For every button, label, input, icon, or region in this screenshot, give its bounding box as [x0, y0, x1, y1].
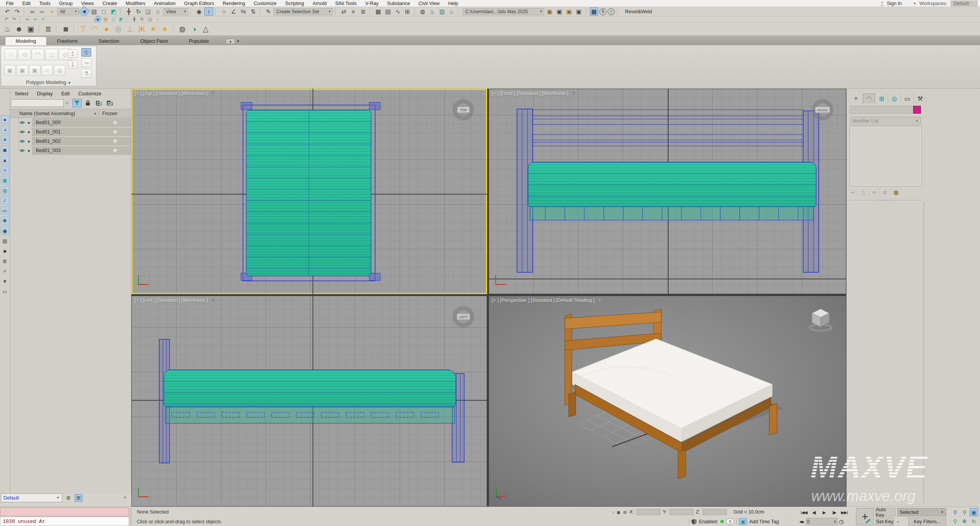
render-preset-icon-4[interactable]: ▣: [575, 7, 583, 16]
create-tab[interactable]: +: [850, 93, 862, 103]
macro-recorder-line[interactable]: [0, 507, 129, 516]
mirror-icon[interactable]: ⇄: [339, 7, 348, 16]
menu-item-file[interactable]: File: [2, 1, 18, 6]
listener-divider[interactable]: [131, 508, 131, 525]
selection-lock-icon[interactable]: ◾: [617, 509, 621, 515]
geosphere-icon[interactable]: ◍: [177, 23, 187, 35]
hierarchy-tab[interactable]: ⊞: [876, 93, 888, 103]
menu-item-rendering[interactable]: Rendering: [218, 1, 250, 6]
play-button[interactable]: ▶: [819, 508, 829, 517]
active-layer-dropdown[interactable]: Default ▼: [1, 493, 62, 502]
tab-modeling[interactable]: Modeling: [5, 37, 46, 45]
modifier-up-button[interactable]: ↥: [68, 49, 77, 58]
menu-item-customize[interactable]: Customize: [249, 1, 281, 6]
explorer-list-view-icon[interactable]: ▤: [1, 237, 9, 245]
rendered-frame-window-icon[interactable]: ▥: [438, 7, 446, 16]
display-spacewarps-icon[interactable]: ≈: [1, 166, 9, 174]
menu-item-v-ray[interactable]: V-Ray: [361, 1, 383, 6]
bind-icon-2[interactable]: ≈: [40, 17, 46, 22]
vray-light-mesh-icon[interactable]: ◎: [113, 23, 123, 35]
object-name-field[interactable]: [850, 106, 912, 114]
preview-subobject-multi-button[interactable]: ▣: [29, 65, 40, 75]
name-column-header[interactable]: Name (Sorted Ascending): [10, 111, 94, 116]
explorer-block-view-icon[interactable]: ■: [1, 247, 9, 255]
scale-icon-2[interactable]: ◲: [147, 17, 153, 22]
selection-lock-region-icon[interactable]: ▫: [613, 509, 615, 515]
frozen-snowflake-icon[interactable]: ✥: [99, 118, 131, 127]
rectangular-selection-region-icon[interactable]: ◻: [100, 7, 108, 16]
menu-item-substance[interactable]: Substance: [383, 1, 414, 6]
menu-item-edit[interactable]: Edit: [18, 1, 35, 6]
table-row[interactable]: ● Bed01_002 ✥: [10, 137, 131, 146]
frozen-snowflake-icon[interactable]: ✥: [99, 128, 131, 136]
utilities-tab[interactable]: ⚒: [914, 93, 926, 103]
vray-sun-icon[interactable]: ☀: [148, 23, 158, 35]
viewport-front[interactable]: [+ ] [Front ] [Standard ] [Wireframe ] F…: [489, 89, 846, 294]
modifier-list-dropdown[interactable]: Modifier List ▼: [850, 117, 921, 125]
redo-icon-2[interactable]: ↷: [11, 17, 17, 22]
layer-explorer-icon[interactable]: ≣: [359, 7, 367, 16]
pin-stack-button[interactable]: ⊸: [850, 188, 858, 196]
select-and-link-icon[interactable]: ∞: [28, 7, 37, 16]
lock-explorer-button[interactable]: [83, 99, 93, 107]
viewport-filter-icon[interactable]: [211, 92, 215, 95]
select-by-name-icon-2[interactable]: ▤: [102, 17, 109, 22]
explorer-menu-select[interactable]: Select: [15, 91, 28, 96]
select-and-move-icon[interactable]: ╋: [124, 7, 133, 16]
menu-item-civil-view[interactable]: Civil View: [414, 1, 444, 6]
current-frame-field[interactable]: 0 ⇅: [806, 518, 838, 525]
display-helpers-icon[interactable]: ▲: [1, 156, 9, 164]
select-and-manipulate-icon[interactable]: ◉: [195, 7, 203, 16]
unlink-selection-icon[interactable]: ∞: [38, 7, 46, 16]
menu-item-scripting[interactable]: Scripting: [281, 1, 308, 6]
keyboard-override-icon[interactable]: ↑: [204, 7, 213, 16]
visibility-eye-icon[interactable]: [19, 149, 26, 153]
select-by-name-icon[interactable]: ▤: [90, 7, 98, 16]
panel-resize-handle[interactable]: [850, 200, 921, 200]
zoom-all-button[interactable]: ⚲: [960, 508, 969, 516]
ignore-backfacing-button[interactable]: ○: [42, 65, 53, 75]
auto-key-button[interactable]: Auto Key: [875, 508, 896, 516]
show-end-result-button[interactable]: ▯: [861, 188, 869, 196]
explorer-overflow-chevron[interactable]: »: [124, 494, 126, 500]
toggle-end-result-button[interactable]: ☉: [81, 48, 91, 57]
display-materials-icon[interactable]: ▭: [1, 206, 9, 215]
display-hidden-icon[interactable]: ◉: [1, 226, 9, 235]
frozen-snowflake-icon[interactable]: ✥: [99, 146, 131, 155]
go-to-start-button[interactable]: |◀◀: [799, 508, 809, 517]
viewcube[interactable]: TOP: [449, 96, 478, 126]
display-frozen-icon[interactable]: ✥: [1, 216, 9, 225]
select-and-rotate-icon[interactable]: ↻: [134, 7, 143, 16]
hierarchy-mode-button[interactable]: [94, 99, 103, 107]
default-in-out-tangents-icon[interactable]: ⌄: [896, 517, 900, 524]
project-folder-dropdown[interactable]: C:\Users\davi...\3ds Max 2025▼: [463, 8, 544, 15]
viewport-filter-icon[interactable]: [597, 299, 602, 302]
explorer-menu-edit[interactable]: Edit: [61, 91, 70, 96]
notification-count-badge[interactable]: 0: [726, 519, 734, 524]
clear-search-icon[interactable]: ×: [65, 100, 71, 106]
scene-explorer-icon[interactable]: ▤: [384, 7, 392, 16]
frozen-column-header[interactable]: Frozen: [99, 111, 131, 116]
viewport-filter-icon[interactable]: [571, 92, 576, 95]
display-containers-icon[interactable]: ▣: [1, 176, 9, 184]
zoom-extents-button[interactable]: ▣: [970, 508, 978, 516]
vray-ambient-light-icon[interactable]: ∗: [160, 23, 170, 35]
material-editor-icon[interactable]: ◍: [418, 7, 427, 16]
menu-item-create[interactable]: Create: [98, 1, 122, 6]
edit-named-selection-sets-icon[interactable]: ✎: [264, 7, 273, 16]
vray-plugin-icon[interactable]: Ж: [136, 23, 147, 35]
menu-item-views[interactable]: Views: [77, 1, 98, 6]
curve-editor-icon[interactable]: ∿: [393, 7, 402, 16]
zoom-button[interactable]: ⚲: [951, 508, 959, 516]
snap-toggle-icon[interactable]: ∩: [220, 7, 228, 16]
sort-mode-button[interactable]: [105, 99, 114, 107]
clapboard-icon[interactable]: ▭: [1, 287, 9, 296]
pan-button[interactable]: ✥: [960, 517, 969, 525]
asset-box-icon[interactable]: ▣: [26, 23, 36, 35]
filter-icon[interactable]: ▼: [1, 277, 9, 286]
workspace-dropdown[interactable]: Default: [950, 0, 978, 7]
key-filters-button[interactable]: Key Filters...: [908, 517, 946, 526]
polygon-modeling-panel-label[interactable]: Polygon Modeling ▼: [1, 79, 96, 85]
viewcube[interactable]: [804, 303, 837, 337]
undo-icon[interactable]: ↶: [3, 7, 12, 16]
